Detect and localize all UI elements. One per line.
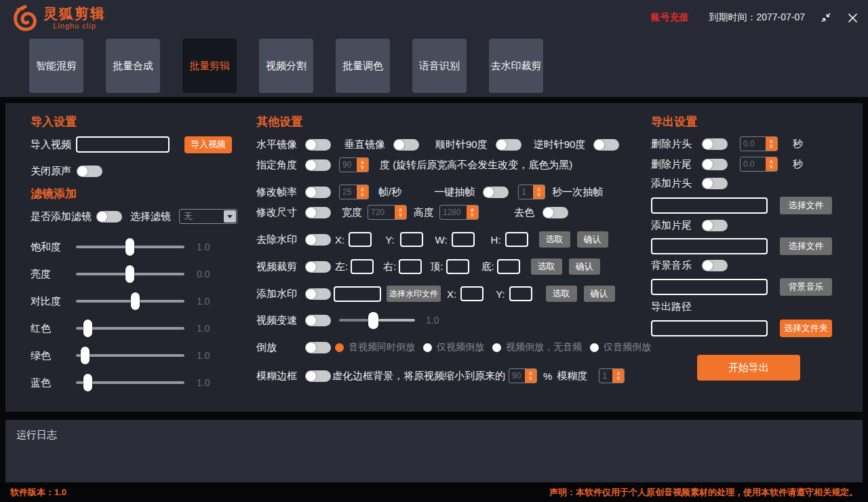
import-video-input[interactable] [76, 136, 170, 153]
head-file-input[interactable] [651, 197, 768, 214]
height-spinner-buttons[interactable]: ∧∨ [467, 206, 478, 219]
tab-video-split[interactable]: 视频分割 [259, 39, 313, 93]
red-slider[interactable] [76, 327, 184, 330]
watermark-file-input[interactable] [334, 286, 381, 302]
extract-spinner-buttons[interactable]: ∧∨ [533, 185, 545, 199]
minimize-icon[interactable] [820, 12, 832, 24]
choose-watermark-file-button[interactable]: 选择水印文件 [387, 286, 441, 302]
tail-choose-file-button[interactable]: 选择文件 [780, 237, 832, 255]
start-export-button[interactable]: 开始导出 [697, 355, 800, 381]
brightness-slider-knob[interactable] [125, 265, 134, 283]
dropdown-arrow-icon[interactable] [224, 210, 236, 223]
reverse-option-radio-audio-only[interactable] [590, 343, 599, 352]
crop-top-input[interactable] [446, 259, 469, 274]
speed-slider[interactable] [339, 319, 415, 322]
removewm-confirm-button[interactable]: 确认 [577, 231, 608, 248]
trim-tail-spinner[interactable]: 0.0 ∧∨ [740, 157, 778, 172]
remove-watermark-toggle[interactable] [305, 234, 331, 246]
fps-toggle[interactable] [305, 187, 331, 198]
rotate-cw-toggle[interactable] [496, 139, 521, 151]
crop-pick-button[interactable]: 选取 [531, 258, 562, 275]
brightness-slider[interactable] [76, 273, 184, 275]
angle-spinner-buttons[interactable]: ∧∨ [357, 158, 368, 172]
reverse-option-radio-video-no-audio[interactable] [492, 343, 501, 352]
green-slider[interactable] [76, 354, 184, 357]
red-slider-knob[interactable] [83, 320, 92, 337]
tab-speech-recognition[interactable]: 语音识别 [412, 39, 467, 93]
tab-watermark-crop[interactable]: 去水印裁剪 [489, 39, 543, 93]
contrast-slider-knob[interactable] [131, 292, 140, 310]
blur-scale-spinner-buttons[interactable]: ∧∨ [525, 369, 536, 383]
rotate-ccw-toggle[interactable] [593, 139, 619, 151]
blue-slider-knob[interactable] [83, 374, 92, 391]
bgm-choose-button[interactable]: 背景音乐 [780, 278, 832, 296]
fps-spinner-buttons[interactable]: ∧∨ [357, 185, 368, 199]
filter-select[interactable]: 无 [179, 209, 237, 224]
blur-degree-spinner-buttons[interactable]: ∧∨ [612, 369, 624, 383]
extract-toggle[interactable] [483, 187, 509, 198]
green-slider-knob[interactable] [81, 347, 90, 364]
addwm-pick-button[interactable]: 选取 [546, 286, 577, 302]
close-icon[interactable] [847, 12, 859, 24]
trim-head-spinner[interactable]: 0.0 ∧∨ [740, 136, 778, 151]
bgm-toggle[interactable] [702, 260, 728, 271]
removewm-y-input[interactable] [400, 232, 423, 247]
addwm-x-input[interactable] [460, 286, 484, 301]
export-path-input[interactable] [651, 320, 768, 336]
crop-left-input[interactable] [351, 259, 374, 274]
choose-folder-button[interactable]: 选择文件夹 [780, 320, 832, 337]
removewm-x-input[interactable] [349, 232, 372, 247]
addwm-confirm-button[interactable]: 确认 [584, 286, 615, 302]
saturation-slider[interactable] [76, 246, 184, 248]
add-watermark-toggle[interactable] [305, 288, 331, 300]
bgm-file-input[interactable] [651, 279, 768, 295]
tail-file-input[interactable] [651, 238, 768, 254]
recharge-link[interactable]: 账号充值 [650, 12, 688, 24]
angle-toggle[interactable] [305, 159, 331, 171]
removewm-h-input[interactable] [505, 232, 528, 247]
tab-batch-edit[interactable]: 批量剪辑 [182, 39, 237, 93]
blue-slider[interactable] [76, 381, 184, 384]
speed-slider-knob[interactable] [368, 312, 378, 329]
trim-tail-toggle[interactable] [702, 159, 728, 170]
blur-scale-spinner[interactable]: 90 ∧∨ [509, 368, 537, 383]
trim-tail-spinner-buttons[interactable]: ∧∨ [766, 157, 777, 171]
crop-bottom-input[interactable] [497, 259, 520, 274]
crop-confirm-button[interactable]: 确认 [569, 258, 600, 275]
add-filter-toggle[interactable] [96, 211, 122, 223]
width-spinner[interactable]: 720 ∧∨ [368, 205, 407, 220]
mirror-h-toggle[interactable] [305, 139, 331, 151]
trim-head-toggle[interactable] [702, 138, 728, 150]
resize-toggle[interactable] [305, 207, 331, 218]
tab-batch-compose[interactable]: 批量合成 [106, 39, 160, 93]
removewm-pick-button[interactable]: 选取 [539, 231, 570, 248]
reverse-toggle[interactable] [305, 342, 331, 353]
decolor-toggle[interactable] [542, 207, 568, 218]
height-spinner[interactable]: 1280 ∧∨ [439, 205, 479, 220]
add-tail-toggle[interactable] [702, 220, 728, 231]
saturation-slider-knob[interactable] [125, 238, 134, 256]
contrast-slider[interactable] [76, 300, 184, 303]
tab-batch-color[interactable]: 批量调色 [336, 39, 390, 93]
blur-degree-spinner[interactable]: 1 ∧∨ [599, 368, 625, 383]
reverse-option-radio-video-only[interactable] [423, 343, 432, 352]
addwm-y-input[interactable] [509, 286, 532, 301]
import-video-button[interactable]: 导入视频 [184, 136, 232, 153]
width-spinner-buttons[interactable]: ∧∨ [395, 206, 406, 219]
mute-toggle[interactable] [77, 166, 102, 177]
extract-spinner[interactable]: 1 ∧∨ [518, 185, 545, 199]
crop-toggle[interactable] [305, 261, 331, 273]
angle-spinner[interactable]: 90 ∧∨ [339, 157, 369, 172]
trim-head-spinner-buttons[interactable]: ∧∨ [766, 137, 777, 151]
removewm-w-input[interactable] [452, 232, 475, 247]
reverse-option-radio-both[interactable] [335, 343, 344, 352]
mirror-v-toggle[interactable] [393, 139, 419, 151]
fps-spinner[interactable]: 25 ∧∨ [339, 185, 369, 199]
blur-degree-value: 1 [599, 369, 612, 383]
speed-toggle[interactable] [305, 315, 331, 326]
tab-smart-mix[interactable]: 智能混剪 [29, 39, 83, 93]
blur-border-toggle[interactable] [305, 370, 331, 382]
head-choose-file-button[interactable]: 选择文件 [780, 197, 832, 214]
add-head-toggle[interactable] [702, 178, 728, 189]
crop-right-input[interactable] [399, 259, 422, 274]
